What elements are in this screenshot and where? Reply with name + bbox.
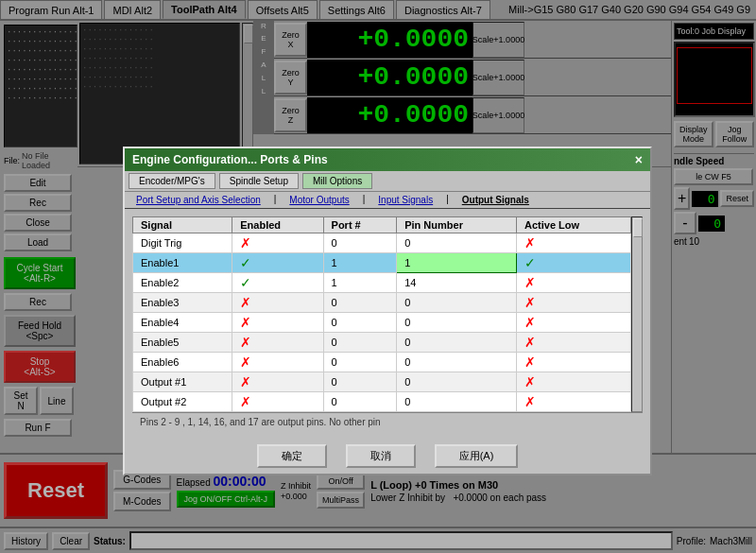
- modal-tab-mill[interactable]: Mill Options: [302, 173, 372, 189]
- table-row[interactable]: Enable3 ✗ 0 0 ✗: [133, 293, 631, 313]
- modal-tab-encoder[interactable]: Encoder/MPG's: [129, 173, 215, 189]
- modal-footer-note: Pins 2 - 9 , 1, 14, 16, and 17 are outpu…: [132, 412, 643, 431]
- table-row[interactable]: Enable4 ✗ 0 0 ✗: [133, 313, 631, 333]
- table-row[interactable]: Enable5 ✗ 0 0 ✗: [133, 333, 631, 353]
- table-scrollbar[interactable]: [631, 216, 643, 412]
- table-row[interactable]: Digit Trig ✗ 0 0 ✗: [133, 233, 631, 253]
- modal-cancel-button[interactable]: 取消: [346, 444, 416, 468]
- table-row[interactable]: Output #2 ✗ 0 0 ✗: [133, 392, 631, 412]
- col-enabled: Enabled: [232, 217, 323, 233]
- modal-subtab-output[interactable]: Output Signals: [455, 194, 537, 206]
- modal-tabs-row2: Port Setup and Axis Selection | Motor Ou…: [125, 192, 650, 209]
- modal-title-bar: Engine Configuration... Ports & Pins ×: [125, 148, 650, 171]
- modal-subtab-input[interactable]: Input Signals: [370, 194, 440, 206]
- signal-table: Signal Enabled Port # Pin Number Active …: [132, 216, 631, 412]
- table-row[interactable]: Enable6 ✗ 0 0 ✗: [133, 353, 631, 372]
- modal-close-button[interactable]: ×: [635, 152, 643, 167]
- modal-subtab-motor[interactable]: Motor Outputs: [282, 194, 356, 206]
- col-signal: Signal: [133, 217, 232, 233]
- modal-buttons: 确定 取消 应用(A): [125, 439, 650, 474]
- engine-config-modal: Engine Configuration... Ports & Pins × E…: [123, 147, 652, 475]
- table-row[interactable]: Enable2 ✓ 1 14 ✗: [133, 273, 631, 293]
- col-active-low: Active Low: [517, 217, 631, 233]
- modal-tabs-row1: Encoder/MPG's Spindle Setup Mill Options: [125, 171, 650, 192]
- modal-table-area: Signal Enabled Port # Pin Number Active …: [125, 209, 650, 439]
- table-row[interactable]: Enable1 ✓ 1 1 ✓: [133, 253, 631, 273]
- modal-tab-spindle[interactable]: Spindle Setup: [219, 173, 299, 189]
- modal-subtab-port[interactable]: Port Setup and Axis Selection: [129, 194, 268, 206]
- table-row[interactable]: Output #1 ✗ 0 0 ✗: [133, 372, 631, 392]
- modal-ok-button[interactable]: 确定: [257, 444, 327, 468]
- modal-apply-button[interactable]: 应用(A): [435, 444, 519, 468]
- col-port: Port #: [323, 217, 397, 233]
- col-pin: Pin Number: [397, 217, 517, 233]
